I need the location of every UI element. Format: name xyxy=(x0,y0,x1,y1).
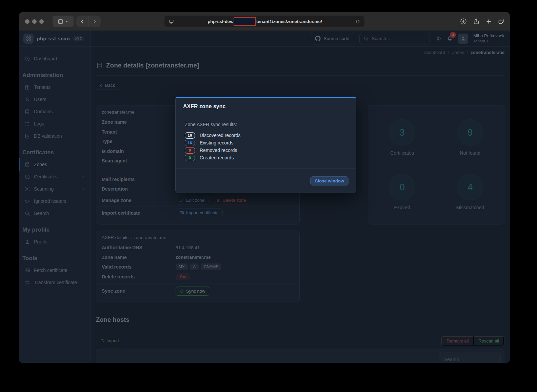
downloads-icon[interactable] xyxy=(460,18,467,25)
traffic-lights xyxy=(25,12,44,31)
modal-footer: Close window xyxy=(176,169,356,193)
url-text: php-ssl-dev.tenant1/zones/zonetransfer.m… xyxy=(207,17,322,26)
chevron-right-icon xyxy=(92,19,97,24)
modal-body: Zone AXFR sync results: 16 Discovered re… xyxy=(176,115,356,161)
result-label: Existing records xyxy=(200,140,234,145)
sidebar-icon xyxy=(57,18,64,25)
page-menu-icon[interactable] xyxy=(168,19,174,24)
modal-overlay xyxy=(19,31,510,363)
share-icon[interactable] xyxy=(473,18,480,25)
zoom-window-button[interactable] xyxy=(39,19,44,24)
result-row-created: 0 Created records xyxy=(185,154,349,161)
result-label: Created records xyxy=(200,155,234,160)
address-bar[interactable]: php-ssl-dev.tenant1/zones/zonetransfer.m… xyxy=(164,16,364,27)
result-label: Discovered records xyxy=(200,133,241,138)
chrome-toolbar-right xyxy=(460,12,504,31)
chevron-down-icon xyxy=(65,20,69,23)
reload-icon[interactable] xyxy=(355,19,360,24)
browser-window: php-ssl-dev.tenant1/zones/zonetransfer.m… xyxy=(19,12,510,363)
url-prefix: php-ssl-dev. xyxy=(207,19,233,24)
browser-chrome: php-ssl-dev.tenant1/zones/zonetransfer.m… xyxy=(19,12,510,31)
modal-title: AXFR zone sync xyxy=(176,98,356,115)
history-nav xyxy=(76,16,101,27)
chevron-left-icon xyxy=(80,19,85,24)
app-viewport: php-ssl-scan v0.7 Dashboard Administrati… xyxy=(19,31,510,363)
new-tab-icon[interactable] xyxy=(485,18,492,25)
forward-button[interactable] xyxy=(88,16,101,27)
result-row-discovered: 16 Discovered records xyxy=(185,132,349,139)
axfr-sync-modal: AXFR zone sync Zone AXFR sync results: 1… xyxy=(175,97,356,193)
url-suffix: tenant1/zones/zonetransfer.me/ xyxy=(256,19,322,24)
result-row-existing: 16 Existing records xyxy=(185,139,349,146)
close-window-button[interactable] xyxy=(25,19,29,24)
back-button[interactable] xyxy=(76,16,88,27)
minimize-window-button[interactable] xyxy=(32,19,37,24)
count-badge: 16 xyxy=(185,132,195,139)
count-badge: 0 xyxy=(185,147,195,154)
result-label: Removed records xyxy=(200,148,237,153)
sidebar-toggle-button[interactable] xyxy=(53,16,74,27)
tab-overview-icon[interactable] xyxy=(498,18,504,25)
count-badge: 0 xyxy=(185,155,195,161)
modal-intro: Zone AXFR sync results: xyxy=(185,122,349,127)
result-row-removed: 0 Removed records xyxy=(185,146,349,154)
url-redaction-box xyxy=(234,17,256,26)
close-window-button[interactable]: Close window xyxy=(310,176,349,185)
count-badge: 16 xyxy=(185,140,195,146)
